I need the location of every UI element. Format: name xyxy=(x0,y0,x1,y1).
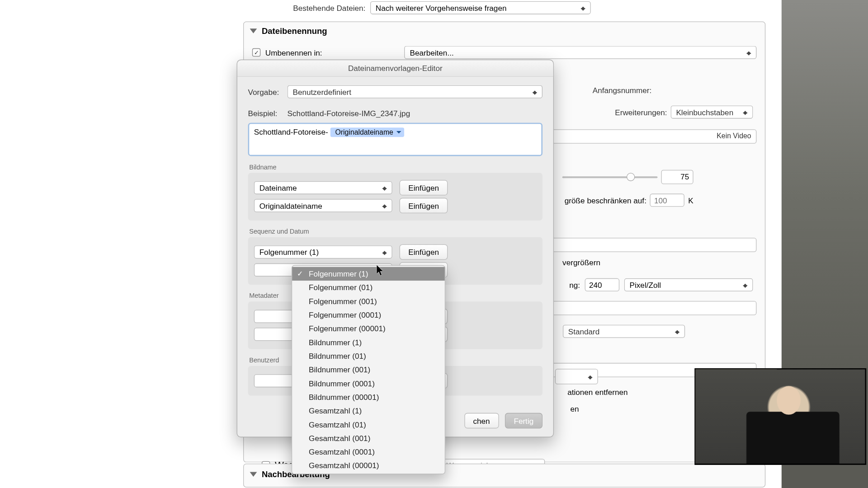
resolution-suffix: ng: xyxy=(569,280,580,289)
menu-item[interactable]: Bildnummer (01) xyxy=(292,349,445,363)
limit-input[interactable] xyxy=(650,194,684,207)
cancel-button[interactable]: chen xyxy=(464,413,499,428)
chevron-updown-icon xyxy=(531,88,539,96)
rename-label: Umbenennen in: xyxy=(265,48,322,57)
menu-item[interactable]: Gesamtzahl (01) xyxy=(292,418,445,431)
sharpen-row: Standard xyxy=(563,325,685,338)
template-token-originalfilename[interactable]: Originaldateiname xyxy=(330,127,404,137)
insert-button[interactable]: Einfügen xyxy=(400,198,448,213)
chevron-updown-icon xyxy=(741,108,750,116)
template-prefix-text: Schottland-Fotoreise- xyxy=(254,127,328,136)
resolution-unit-select[interactable]: Pixel/Zoll xyxy=(624,278,753,291)
bildname-row2-value: Originaldateiname xyxy=(259,201,322,210)
remove-tail-fragment: en xyxy=(570,404,579,413)
menu-item[interactable]: Folgenummer (00001) xyxy=(292,322,445,335)
menu-item[interactable]: Gesamtzahl (0001) xyxy=(292,445,445,459)
rename-checkbox[interactable] xyxy=(252,48,260,56)
example-value: Schottland-Fotoreise-IMG_2347.jpg xyxy=(288,109,410,118)
chevron-updown-icon xyxy=(674,327,682,335)
preset-label: Vorgabe: xyxy=(248,87,283,96)
menu-item[interactable]: Folgenummer (0001) xyxy=(292,308,445,322)
sequence-value: Folgenummer (1) xyxy=(259,248,319,257)
menu-item[interactable]: Folgenummer (001) xyxy=(292,294,445,308)
existing-files-row: Bestehende Dateien: Nach weiterer Vorgeh… xyxy=(290,1,755,14)
group-label-sequenz: Sequenz und Datum xyxy=(249,228,542,235)
menu-item[interactable]: Gesamtzahl (00001) xyxy=(292,459,445,472)
bildname-row1-value: Dateiname xyxy=(259,183,297,192)
enlarge-label: vergrößern xyxy=(562,258,600,267)
extensions-row: Erweiterungen: Kleinbuchstaben xyxy=(615,105,753,118)
file-naming-header[interactable]: Dateibenennung xyxy=(244,22,765,40)
chevron-updown-icon xyxy=(381,248,389,256)
menu-item[interactable]: Gesamtzahl (001) xyxy=(292,432,445,445)
group-bildname: Dateiname Einfügen Originaldateiname Ein… xyxy=(248,173,542,220)
resolution-input[interactable] xyxy=(585,278,619,291)
rename-template-select[interactable]: Bearbeiten... xyxy=(405,46,757,59)
limit-label: größe beschränken auf: xyxy=(565,196,646,205)
menu-item[interactable]: Bildnummer (0001) xyxy=(292,376,445,390)
preset-value: Benutzerdefiniert xyxy=(292,87,351,96)
menu-item[interactable]: Folgenummer (1) xyxy=(292,267,445,281)
chevron-updown-icon xyxy=(381,202,389,210)
done-button[interactable]: Fertig xyxy=(505,413,542,428)
existing-files-label: Bestehende Dateien: xyxy=(290,3,370,12)
no-video-label: Kein Video xyxy=(717,131,751,140)
preset-row: Vorgabe: Benutzerdefiniert xyxy=(248,85,542,99)
chevron-updown-icon xyxy=(587,372,595,380)
bildname-row2-select[interactable]: Originaldateiname xyxy=(254,199,392,212)
insert-button[interactable]: Einfügen xyxy=(400,180,448,195)
rename-template-value: Bearbeiten... xyxy=(410,48,453,57)
sharpen-value: Standard xyxy=(568,327,600,336)
extensions-label: Erweiterungen: xyxy=(615,108,667,117)
sharpen-select[interactable]: Standard xyxy=(563,325,685,338)
extensions-value: Kleinbuchstaben xyxy=(676,108,733,117)
menu-item[interactable]: Folgenummer (01) xyxy=(292,281,445,294)
rename-row: Umbenennen in: Bearbeiten... xyxy=(252,46,757,59)
quality-value-input[interactable]: 75 xyxy=(661,170,693,184)
file-naming-title: Dateibenennung xyxy=(262,26,327,36)
dialog-title: Dateinamenvorlagen-Editor xyxy=(237,60,553,77)
filename-template-editor-dialog: Dateinamenvorlagen-Editor Vorgabe: Benut… xyxy=(237,60,554,437)
menu-item[interactable]: Bildnummer (00001) xyxy=(292,390,445,404)
menu-item[interactable]: Bildnummer (1) xyxy=(292,335,445,349)
chevron-updown-icon xyxy=(381,183,389,192)
cursor-icon xyxy=(376,265,384,276)
disclosure-triangle-icon xyxy=(250,28,257,33)
existing-files-select[interactable]: Nach weiterer Vorgehensweise fragen xyxy=(370,1,591,14)
limit-unit: K xyxy=(688,196,693,205)
slider-knob[interactable] xyxy=(627,173,635,181)
resolution-row: ng: Pixel/Zoll xyxy=(569,278,753,291)
menu-item[interactable]: Bildnummer (001) xyxy=(292,363,445,376)
disclosure-triangle-icon xyxy=(250,472,257,477)
quality-slider[interactable] xyxy=(562,172,658,182)
chevron-updown-icon xyxy=(745,48,753,56)
sequence-dropdown-menu[interactable]: Folgenummer (1) Folgenummer (01) Folgenu… xyxy=(292,265,445,474)
insert-button[interactable]: Einfügen xyxy=(400,244,448,260)
sequence-select[interactable]: Folgenummer (1) xyxy=(254,245,392,258)
example-row: Beispiel: Schottland-Fotoreise-IMG_2347.… xyxy=(248,109,542,118)
resolution-unit-value: Pixel/Zoll xyxy=(630,280,661,289)
start-number-label: Anfangsnummer: xyxy=(593,86,652,95)
metadata-mini-select[interactable] xyxy=(555,369,598,384)
remove-info-fragment: ationen entfernen xyxy=(567,388,627,397)
chevron-updown-icon xyxy=(580,4,588,12)
bildname-row1-select[interactable]: Dateiname xyxy=(254,181,392,194)
slider-track xyxy=(562,176,658,178)
template-token-field[interactable]: Schottland-Fotoreise- Originaldateiname xyxy=(248,123,542,156)
webcam-overlay xyxy=(694,368,866,465)
group-label-bildname: Bildname xyxy=(249,163,542,170)
chevron-updown-icon xyxy=(741,281,750,289)
limit-filesize-row: größe beschränken auf: K xyxy=(565,194,693,207)
menu-item[interactable]: Gesamtzahl (1) xyxy=(292,404,445,418)
example-label: Beispiel: xyxy=(248,109,283,118)
preset-select[interactable]: Benutzerdefiniert xyxy=(288,85,542,99)
extensions-select[interactable]: Kleinbuchstaben xyxy=(671,105,753,118)
existing-files-value: Nach weiterer Vorgehensweise fragen xyxy=(376,3,507,12)
